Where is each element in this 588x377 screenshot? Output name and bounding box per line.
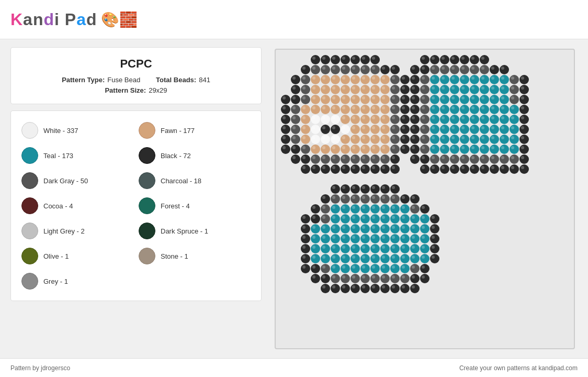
pixel-cell [420,244,429,253]
pixel-cell [341,85,350,94]
pixel-cell [390,254,400,263]
pixel-cell [490,115,499,124]
pixel-cell [430,154,439,164]
pixel-cell [331,264,340,273]
pixel-cell [360,125,370,134]
pixel-cell [341,274,350,283]
pixel-cell [301,234,310,243]
pixel-cell [410,194,420,204]
pixel-cell [430,164,439,174]
pattern-size-label: Pattern Size: [105,86,146,94]
pixel-cell [460,154,469,164]
pixel-cell [390,85,400,94]
pixel-cell [331,254,340,263]
pixel-cell [370,214,380,224]
pixel-cell [430,85,439,94]
pixel-cell [350,164,360,174]
pixel-cell [281,105,290,114]
pixel-cell [400,224,410,234]
color-swatch [21,273,38,290]
color-swatch [139,122,155,139]
pixel-cell [430,105,439,114]
pixel-cell [341,145,350,154]
pixel-cell [321,115,330,124]
pixel-cell [490,75,499,84]
pixel-cell [380,254,390,263]
pixel-cell [400,75,410,84]
color-item: Teal - 173 [21,144,133,167]
pixel-cell [331,204,340,214]
pixel-cell [510,95,519,104]
pixel-cell [380,224,390,234]
pixel-cell [510,105,519,114]
pixel-cell [360,254,370,263]
pixel-cell [400,95,410,104]
footer: Pattern by jdrogersco Create your own pa… [0,358,588,377]
pixel-cell [311,274,320,283]
pixel-cell [440,135,449,144]
pixel-cell [321,55,330,64]
pixel-cell [311,145,320,154]
total-beads-value: 841 [199,76,210,84]
pixel-cell [301,164,310,174]
pixel-cell [291,135,300,144]
pixel-cell [380,95,390,104]
pixel-cell [490,135,499,144]
pixel-cell [380,274,390,283]
pixel-cell [480,85,489,94]
pixel-cell [360,194,370,204]
pixel-cell [390,264,400,273]
pixel-cell [360,85,370,94]
page: Kandi Pad 🎨🧱 PCPC Pattern Type: Fuse Bea… [0,0,588,377]
pixel-cell [519,164,529,174]
pixel-cell [390,184,400,194]
pixel-cell [450,105,459,114]
pixel-cell [400,194,410,204]
pixel-cell [480,75,489,84]
pixel-cell [321,85,330,94]
pixel-cell [470,125,479,134]
pixel-cell [350,244,360,253]
pixel-cell [341,105,350,114]
pixel-cell [291,115,300,124]
pixel-cell [370,75,380,84]
pixel-cell [380,204,390,214]
pixel-cell [450,164,459,174]
pixel-cell [341,184,350,194]
pixel-cell [430,115,439,124]
pixel-cell [450,135,459,144]
pixel-cell [430,75,439,84]
color-swatch [21,248,38,264]
pixel-cell [440,85,449,94]
pixel-cell [390,154,400,164]
pixel-cell [370,95,380,104]
color-swatch [139,223,155,239]
logo[interactable]: Kandi Pad 🎨🧱 [10,10,138,29]
pixel-cell [510,125,519,134]
pixel-cell [370,164,380,174]
pixel-cell [500,105,509,114]
pixel-cell [321,274,330,283]
pixel-cell [301,135,310,144]
pixel-cell [360,145,370,154]
pixel-cell [460,145,469,154]
pixel-cell [350,135,360,144]
pixel-cell [341,154,350,164]
pixel-cell [380,105,390,114]
pixel-cell [341,164,350,174]
pixel-cell [321,214,330,224]
pixel-cell [341,135,350,144]
pixel-cell [490,125,499,134]
pixel-cell [380,125,390,134]
pixel-cell [460,164,469,174]
pixel-cell [311,264,320,273]
pixel-cell [341,65,350,74]
pixel-cell [519,135,529,144]
pixel-cell [460,95,469,104]
pixel-cell [291,125,300,134]
pixel-cell [390,214,400,224]
pixel-cell [370,194,380,204]
pixel-cell [480,135,489,144]
pixel-cell [410,284,420,293]
pixel-cell [360,244,370,253]
